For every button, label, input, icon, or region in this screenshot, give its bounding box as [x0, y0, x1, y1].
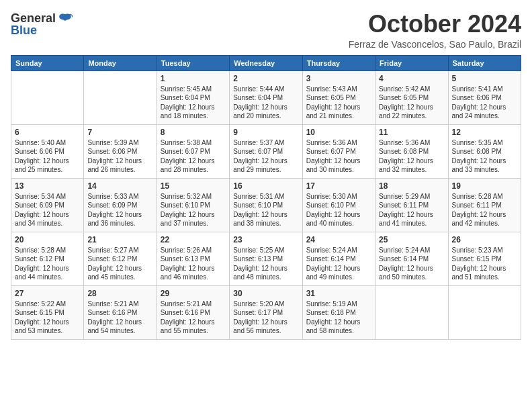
cell-info: Sunrise: 5:24 AM Sunset: 6:14 PM Dayligh…	[379, 246, 444, 282]
cell-info: Sunrise: 5:30 AM Sunset: 6:10 PM Dayligh…	[306, 192, 371, 228]
day-number: 13	[15, 181, 80, 191]
calendar-cell: 22Sunrise: 5:26 AM Sunset: 6:13 PM Dayli…	[157, 232, 229, 285]
day-number: 26	[452, 235, 517, 244]
day-number: 10	[306, 128, 371, 137]
calendar-cell	[11, 71, 84, 124]
calendar-cell: 10Sunrise: 5:36 AM Sunset: 6:07 PM Dayli…	[302, 124, 375, 178]
week-row-4: 20Sunrise: 5:28 AM Sunset: 6:12 PM Dayli…	[11, 232, 521, 285]
cell-info: Sunrise: 5:26 AM Sunset: 6:13 PM Dayligh…	[161, 246, 226, 282]
day-number: 4	[379, 74, 444, 83]
cell-info: Sunrise: 5:19 AM Sunset: 6:18 PM Dayligh…	[306, 300, 371, 336]
weekday-header-thursday: Thursday	[302, 55, 375, 71]
cell-info: Sunrise: 5:45 AM Sunset: 6:04 PM Dayligh…	[161, 85, 226, 121]
calendar-cell: 18Sunrise: 5:29 AM Sunset: 6:11 PM Dayli…	[375, 178, 448, 232]
calendar-cell: 12Sunrise: 5:35 AM Sunset: 6:08 PM Dayli…	[448, 124, 521, 178]
cell-info: Sunrise: 5:36 AM Sunset: 6:07 PM Dayligh…	[306, 138, 371, 175]
day-number: 19	[452, 181, 517, 191]
day-number: 18	[379, 181, 444, 191]
weekday-header-tuesday: Tuesday	[157, 55, 229, 71]
day-number: 3	[306, 74, 371, 83]
cell-info: Sunrise: 5:22 AM Sunset: 6:15 PM Dayligh…	[15, 300, 80, 336]
cell-info: Sunrise: 5:38 AM Sunset: 6:07 PM Dayligh…	[161, 138, 226, 175]
calendar-cell: 25Sunrise: 5:24 AM Sunset: 6:14 PM Dayli…	[375, 232, 448, 285]
calendar-cell: 17Sunrise: 5:30 AM Sunset: 6:10 PM Dayli…	[302, 178, 375, 232]
day-number: 30	[233, 289, 298, 298]
location: Ferraz de Vasconcelos, Sao Paulo, Brazil	[349, 39, 521, 50]
day-number: 24	[306, 235, 371, 244]
calendar-table: SundayMondayTuesdayWednesdayThursdayFrid…	[11, 55, 521, 340]
cell-info: Sunrise: 5:43 AM Sunset: 6:05 PM Dayligh…	[306, 85, 371, 121]
day-number: 8	[161, 128, 226, 137]
week-row-5: 27Sunrise: 5:22 AM Sunset: 6:15 PM Dayli…	[11, 285, 521, 339]
calendar-cell	[84, 71, 157, 124]
cell-info: Sunrise: 5:29 AM Sunset: 6:11 PM Dayligh…	[379, 192, 444, 228]
day-number: 9	[233, 128, 298, 137]
day-number: 11	[379, 128, 444, 137]
calendar-cell: 7Sunrise: 5:39 AM Sunset: 6:06 PM Daylig…	[84, 124, 157, 178]
day-number: 12	[452, 128, 517, 137]
calendar-cell: 9Sunrise: 5:37 AM Sunset: 6:07 PM Daylig…	[230, 124, 302, 178]
day-number: 23	[233, 235, 298, 244]
cell-info: Sunrise: 5:37 AM Sunset: 6:07 PM Dayligh…	[233, 138, 298, 175]
day-number: 2	[233, 74, 298, 83]
day-number: 5	[452, 74, 517, 83]
month-title: October 2024	[349, 11, 521, 38]
day-number: 16	[233, 181, 298, 191]
day-number: 17	[306, 181, 371, 191]
day-number: 7	[87, 128, 152, 137]
cell-info: Sunrise: 5:21 AM Sunset: 6:16 PM Dayligh…	[161, 300, 226, 336]
calendar-cell: 28Sunrise: 5:21 AM Sunset: 6:16 PM Dayli…	[84, 285, 157, 339]
calendar-cell: 11Sunrise: 5:36 AM Sunset: 6:08 PM Dayli…	[375, 124, 448, 178]
calendar-cell: 27Sunrise: 5:22 AM Sunset: 6:15 PM Dayli…	[11, 285, 84, 339]
calendar-cell: 15Sunrise: 5:32 AM Sunset: 6:10 PM Dayli…	[157, 178, 229, 232]
cell-info: Sunrise: 5:28 AM Sunset: 6:12 PM Dayligh…	[15, 246, 80, 282]
calendar-cell	[448, 285, 521, 339]
cell-info: Sunrise: 5:34 AM Sunset: 6:09 PM Dayligh…	[15, 192, 80, 228]
week-row-1: 1Sunrise: 5:45 AM Sunset: 6:04 PM Daylig…	[11, 71, 521, 124]
page-header: General Blue October 2024 Ferraz de Vasc…	[11, 11, 521, 50]
calendar-cell: 14Sunrise: 5:33 AM Sunset: 6:09 PM Dayli…	[84, 178, 157, 232]
week-row-3: 13Sunrise: 5:34 AM Sunset: 6:09 PM Dayli…	[11, 178, 521, 232]
calendar-cell: 2Sunrise: 5:44 AM Sunset: 6:04 PM Daylig…	[230, 71, 302, 124]
weekday-header-friday: Friday	[375, 55, 448, 71]
day-number: 6	[15, 128, 80, 137]
week-row-2: 6Sunrise: 5:40 AM Sunset: 6:06 PM Daylig…	[11, 124, 521, 178]
cell-info: Sunrise: 5:28 AM Sunset: 6:11 PM Dayligh…	[452, 192, 517, 228]
cell-info: Sunrise: 5:41 AM Sunset: 6:06 PM Dayligh…	[452, 85, 517, 121]
calendar-cell: 8Sunrise: 5:38 AM Sunset: 6:07 PM Daylig…	[157, 124, 229, 178]
cell-info: Sunrise: 5:27 AM Sunset: 6:12 PM Dayligh…	[87, 246, 152, 282]
day-number: 1	[161, 74, 226, 83]
cell-info: Sunrise: 5:36 AM Sunset: 6:08 PM Dayligh…	[379, 138, 444, 175]
day-number: 20	[15, 235, 80, 244]
day-number: 28	[87, 289, 152, 298]
cell-info: Sunrise: 5:33 AM Sunset: 6:09 PM Dayligh…	[87, 192, 152, 228]
cell-info: Sunrise: 5:35 AM Sunset: 6:08 PM Dayligh…	[452, 138, 517, 175]
calendar-cell: 26Sunrise: 5:23 AM Sunset: 6:15 PM Dayli…	[448, 232, 521, 285]
cell-info: Sunrise: 5:39 AM Sunset: 6:06 PM Dayligh…	[87, 138, 152, 175]
title-block: October 2024 Ferraz de Vasconcelos, Sao …	[349, 11, 521, 50]
cell-info: Sunrise: 5:25 AM Sunset: 6:13 PM Dayligh…	[233, 246, 298, 282]
cell-info: Sunrise: 5:40 AM Sunset: 6:06 PM Dayligh…	[15, 138, 80, 175]
day-number: 25	[379, 235, 444, 244]
day-number: 31	[306, 289, 371, 298]
day-number: 15	[161, 181, 226, 191]
weekday-header-sunday: Sunday	[11, 55, 84, 71]
cell-info: Sunrise: 5:42 AM Sunset: 6:05 PM Dayligh…	[379, 85, 444, 121]
weekday-header-row: SundayMondayTuesdayWednesdayThursdayFrid…	[11, 55, 521, 71]
calendar-cell: 19Sunrise: 5:28 AM Sunset: 6:11 PM Dayli…	[448, 178, 521, 232]
day-number: 14	[87, 181, 152, 191]
calendar-cell: 31Sunrise: 5:19 AM Sunset: 6:18 PM Dayli…	[302, 285, 375, 339]
cell-info: Sunrise: 5:21 AM Sunset: 6:16 PM Dayligh…	[87, 300, 152, 336]
cell-info: Sunrise: 5:24 AM Sunset: 6:14 PM Dayligh…	[306, 246, 371, 282]
weekday-header-monday: Monday	[84, 55, 157, 71]
cell-info: Sunrise: 5:44 AM Sunset: 6:04 PM Dayligh…	[233, 85, 298, 121]
calendar-cell: 3Sunrise: 5:43 AM Sunset: 6:05 PM Daylig…	[302, 71, 375, 124]
weekday-header-saturday: Saturday	[448, 55, 521, 71]
cell-info: Sunrise: 5:31 AM Sunset: 6:10 PM Dayligh…	[233, 192, 298, 228]
cell-info: Sunrise: 5:20 AM Sunset: 6:17 PM Dayligh…	[233, 300, 298, 336]
day-number: 27	[15, 289, 80, 298]
calendar-cell: 23Sunrise: 5:25 AM Sunset: 6:13 PM Dayli…	[230, 232, 302, 285]
logo: General Blue	[11, 11, 73, 38]
calendar-cell: 20Sunrise: 5:28 AM Sunset: 6:12 PM Dayli…	[11, 232, 84, 285]
calendar-cell: 13Sunrise: 5:34 AM Sunset: 6:09 PM Dayli…	[11, 178, 84, 232]
